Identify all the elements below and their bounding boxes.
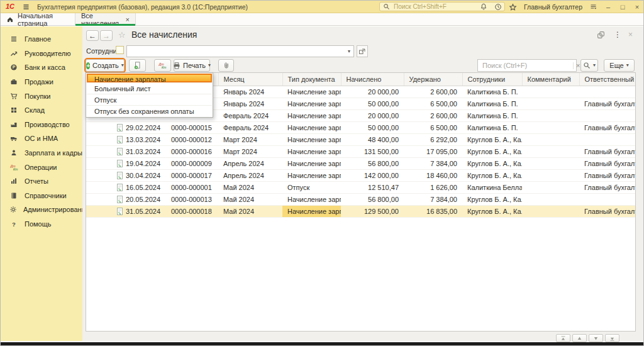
table-row[interactable]: 19.04.20240000-000009Апрель 2024Начислен… (86, 157, 635, 169)
sidebar-item-pomosch[interactable]: ?Помощь (1, 217, 82, 232)
table-cell[interactable] (522, 109, 579, 121)
table-cell[interactable]: Начисление зарп... (282, 98, 341, 109)
table-cell[interactable]: Главный бухгалтер (579, 205, 635, 217)
column-header[interactable]: Месяц (218, 73, 282, 86)
table-row[interactable]: 16.05.20240000-000001Май 2024Отпуск12 51… (86, 181, 635, 193)
tab-close-icon[interactable]: × (126, 16, 130, 23)
table-cell[interactable]: Начисление зарп... (282, 133, 341, 145)
table-cell[interactable]: 30.04.2024 (86, 169, 166, 181)
table-cell[interactable]: 0000-000012 (166, 133, 218, 145)
table-cell[interactable]: Главный бухгалтер (579, 169, 635, 181)
main-menu-icon[interactable] (22, 3, 30, 11)
maximize-button[interactable]: □ (619, 4, 626, 11)
table-cell[interactable]: Калиткина Б. П. (462, 109, 522, 121)
search-button[interactable]: ▾ (580, 59, 598, 72)
notifications-bell-icon[interactable] (480, 3, 487, 11)
table-cell[interactable]: Главный бухгалтер (579, 157, 635, 169)
more-kebab-icon[interactable]: ⋮ (614, 31, 621, 38)
table-cell[interactable]: Январь 2024 (218, 98, 282, 109)
table-cell[interactable]: Апрель 2024 (218, 169, 282, 181)
post-document-button[interactable] (129, 59, 146, 72)
table-cell[interactable] (522, 121, 579, 133)
table-cell[interactable]: 7 384,00 (404, 193, 462, 205)
table-cell[interactable]: 0000-000015 (166, 121, 218, 133)
table-row[interactable]: 20.05.20240000-000013Май 2024Начисление … (86, 193, 635, 205)
table-cell[interactable]: Круглов Б. А., Ка... (462, 133, 522, 145)
table-cell[interactable] (522, 181, 579, 193)
column-header[interactable]: Тип документа (282, 73, 341, 86)
table-row[interactable]: 29.02.20240000-000015Февраль 2024Начисле… (86, 121, 635, 133)
table-cell[interactable]: Начисление зарп... (282, 86, 341, 98)
table-cell[interactable]: 31.03.2024 (86, 145, 166, 157)
add-to-favorites-icon[interactable]: ☆ (118, 31, 126, 39)
tab-home-page[interactable]: Начальная страница (1, 13, 75, 26)
table-row[interactable]: 13.03.20240000-000012Март 2024Начисление… (86, 133, 635, 145)
table-cell[interactable]: Май 2024 (218, 193, 282, 205)
table-cell[interactable]: 2 600,00 (404, 109, 462, 121)
scroll-last-button[interactable] (605, 334, 619, 342)
table-cell[interactable] (579, 193, 635, 205)
table-cell[interactable]: Март 2024 (218, 133, 282, 145)
employee-open-button[interactable] (357, 45, 368, 57)
table-cell[interactable]: Начисление зарп... (282, 205, 341, 217)
menu-item[interactable]: Отпуск (87, 94, 212, 105)
table-cell[interactable]: Февраль 2024 (218, 109, 282, 121)
table-cell[interactable]: 18 460,00 (404, 169, 462, 181)
table-cell[interactable]: 131 500,00 (341, 145, 404, 157)
table-cell[interactable]: Январь 2024 (218, 86, 282, 98)
table-cell[interactable] (522, 86, 579, 98)
table-cell[interactable]: 56 800,00 (341, 193, 404, 205)
sidebar-item-pokupki[interactable]: Покупки (1, 89, 82, 103)
sidebar-item-glavnoe[interactable]: Главное (1, 32, 82, 47)
table-cell[interactable]: 16 835,00 (404, 205, 462, 217)
table-cell[interactable]: 16.05.2024 (86, 181, 166, 193)
table-cell[interactable]: 2 600,00 (404, 86, 462, 98)
table-cell[interactable]: Начисление зарп... (282, 193, 341, 205)
table-cell[interactable]: 0000-000016 (166, 145, 218, 157)
table-cell[interactable]: 6 500,00 (404, 121, 462, 133)
table-cell[interactable]: Май 2024 (218, 205, 282, 217)
table-cell[interactable]: Калиткина Б. П. (462, 98, 522, 109)
minimize-button[interactable]: – (604, 4, 612, 11)
table-cell[interactable]: 1 626,00 (404, 181, 462, 193)
sidebar-item-sklad[interactable]: Склад (1, 103, 82, 118)
tab-all-accruals[interactable]: Все начисления × (75, 13, 136, 26)
table-row[interactable]: 30.04.20240000-000017Апрель 2024Начислен… (86, 169, 635, 181)
attachments-button[interactable] (218, 59, 234, 72)
favorites-star-icon[interactable] (509, 3, 517, 11)
table-cell[interactable]: Начисление зарп... (282, 109, 341, 121)
table-cell[interactable]: 17 095,00 (404, 145, 462, 157)
table-cell[interactable] (522, 193, 579, 205)
sidebar-item-prodazhi[interactable]: Продажи (1, 75, 82, 89)
table-cell[interactable] (579, 109, 635, 121)
create-button[interactable]: + Создать ▾ (86, 59, 125, 72)
table-cell[interactable]: 56 800,00 (341, 157, 404, 169)
table-cell[interactable]: Круглов Б. А., Ка... (462, 205, 522, 217)
table-cell[interactable]: 13.03.2024 (86, 133, 166, 145)
forward-button[interactable]: → (100, 30, 113, 41)
scroll-up-button[interactable] (572, 334, 587, 342)
table-cell[interactable]: Калиткина Белла... (462, 181, 522, 193)
table-cell[interactable]: Калиткина Б. П. (462, 86, 522, 98)
sidebar-item-otchety[interactable]: Отчеты (1, 174, 82, 189)
table-cell[interactable]: 20.05.2024 (86, 193, 166, 205)
table-cell[interactable]: 7 384,00 (404, 157, 462, 169)
employee-filter-checkbox[interactable] (116, 46, 124, 54)
table-cell[interactable]: Круглов Б. А., Ка... (462, 145, 522, 157)
table-cell[interactable] (522, 98, 579, 109)
table-cell[interactable]: Калиткина Б. П. (462, 121, 522, 133)
table-cell[interactable]: Начисление зарп... (282, 121, 341, 133)
table-cell[interactable]: 19.04.2024 (86, 157, 166, 169)
table-cell[interactable]: 0000-000017 (166, 169, 218, 181)
table-cell[interactable]: 20 000,00 (341, 109, 404, 121)
table-cell[interactable] (522, 205, 579, 217)
list-search-input[interactable] (481, 61, 573, 70)
table-cell[interactable]: Главный бухгалтер (579, 98, 635, 109)
sidebar-item-os-i-nma[interactable]: ОС и НМА (1, 131, 82, 146)
table-cell[interactable]: Круглов Б. А., Ка... (462, 193, 522, 205)
sidebar-item-operacii[interactable]: ДтКтОперации (1, 160, 82, 174)
table-cell[interactable]: 29.02.2024 (86, 121, 166, 133)
table-cell[interactable]: 0000-000009 (166, 157, 218, 169)
service-settings-icon[interactable] (589, 3, 597, 11)
chevron-down-icon[interactable]: ▾ (348, 49, 350, 54)
